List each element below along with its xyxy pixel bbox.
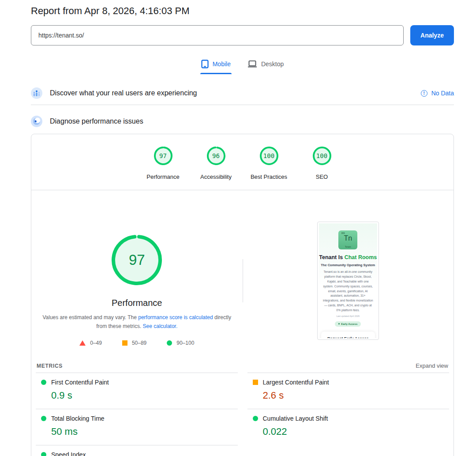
page-title: Report from Apr 8, 2026, 4:16:03 PM <box>31 0 454 17</box>
metric-name: Cumulative Layout Shift <box>263 415 328 422</box>
legend-average-range: 50–89 <box>132 340 146 346</box>
metric-rating-icon <box>41 416 46 421</box>
diagnose-compass-icon <box>31 116 42 127</box>
expand-view-link[interactable]: Expand view <box>416 362 448 369</box>
tab-desktop[interactable]: Desktop <box>247 57 285 74</box>
gauge-seo[interactable]: 100 SEO <box>296 145 349 180</box>
metric-rating-icon <box>41 452 46 456</box>
legend-average: 50–89 <box>122 340 146 346</box>
info-icon: ! <box>421 90 427 97</box>
metric-name: Largest Contentful Paint <box>263 379 329 386</box>
metric-cumulative-layout-shift: Cumulative Layout Shift 0.022 <box>247 409 450 445</box>
url-bar: Analyze <box>31 25 454 45</box>
see-calculator-link[interactable]: See calculator. <box>143 323 178 329</box>
metrics-heading: METRICS <box>37 363 63 369</box>
mobile-phone-icon <box>201 60 209 68</box>
metrics-section: METRICS Expand view First Contentful Pai… <box>31 362 454 456</box>
score-calculated-link[interactable]: performance score is calculated <box>138 314 213 320</box>
legend-good-range: 90–100 <box>176 340 194 346</box>
gauge-accessibility[interactable]: 96 Accessibility <box>190 145 243 180</box>
tab-mobile[interactable]: Mobile <box>200 57 232 74</box>
lab-data-heading: Diagnose performance issues <box>50 117 143 125</box>
tab-desktop-label: Desktop <box>261 60 284 68</box>
tenant-logo: 369 Tn Tenant <box>338 230 357 249</box>
seo-score: 100 <box>311 145 333 166</box>
accessibility-score: 96 <box>206 145 227 166</box>
lab-data-row: Diagnose performance issues <box>31 116 454 127</box>
divider <box>31 105 454 105</box>
vertical-divider <box>243 259 243 302</box>
performance-main-label: Performance <box>112 298 162 308</box>
legend-fail-range: 0–49 <box>90 340 102 346</box>
metric-speed-index: Speed Index 2.2 s <box>36 445 238 456</box>
performance-main-score: 97 <box>110 233 164 287</box>
field-data-row: Discover what your real users are experi… <box>31 87 454 99</box>
best-practices-score: 100 <box>259 145 280 166</box>
tab-mobile-label: Mobile <box>213 60 231 68</box>
device-tabs: Mobile Desktop <box>31 57 454 74</box>
url-input[interactable] <box>31 25 404 45</box>
metric-value: 50 ms <box>51 426 238 437</box>
metric-name: Total Blocking Time <box>51 415 105 422</box>
logo-name: Tenant <box>338 246 357 248</box>
metric-name: Speed Index <box>51 451 86 456</box>
headline-prefix: Tenant Is <box>319 254 344 260</box>
report-card: 97 Performance 96 Accessibility 100 Best… <box>31 134 454 456</box>
screenshot-headline: Tenant Is Chat Rooms <box>319 254 377 260</box>
metric-value: 2.6 s <box>263 390 450 401</box>
fail-triangle-icon <box>79 340 86 346</box>
disclaimer-before: Values are estimated and may vary. The <box>42 314 138 320</box>
metrics-right-column: Largest Contentful Paint 2.6 s Cumulativ… <box>247 373 450 456</box>
legend-good: 90–100 <box>167 340 194 346</box>
metric-rating-icon <box>253 380 258 385</box>
metric-name: First Contentful Paint <box>51 379 109 386</box>
score-legend: 0–49 50–89 90–100 <box>79 340 194 346</box>
disclaimer-text: Values are estimated and may vary. The p… <box>40 313 234 331</box>
screenshot-form-card: Request Early Access Name Your name <box>321 332 375 338</box>
metric-value: 0.9 s <box>51 390 238 401</box>
performance-main-gauge: 97 <box>110 233 164 287</box>
field-data-heading: Discover what your real users are experi… <box>50 89 197 97</box>
no-data-label: No Data <box>431 90 454 97</box>
good-circle-icon <box>167 340 172 346</box>
metric-rating-icon <box>41 380 46 385</box>
gauge-best-practices[interactable]: 100 Best Practices <box>243 145 296 180</box>
early-access-badge: Early Access <box>335 321 361 327</box>
seo-label: SEO <box>316 173 328 180</box>
page-screenshot-thumbnail[interactable]: 369 Tn Tenant Tenant Is Chat Rooms The C… <box>317 222 379 340</box>
metric-first-contentful-paint: First Contentful Paint 0.9 s <box>36 373 238 409</box>
metrics-left-column: First Contentful Paint 0.9 s Total Block… <box>36 373 238 456</box>
screenshot-content: 369 Tn Tenant Tenant Is Chat Rooms The C… <box>319 223 377 338</box>
logo-symbol: Tn <box>338 234 357 242</box>
screenshot-description: Tenant.so is an all-in-one community pla… <box>322 270 374 313</box>
headline-highlight: Chat Rooms <box>345 254 377 260</box>
category-gauges: 97 Performance 96 Accessibility 100 Best… <box>31 134 454 190</box>
screenshot-subheadline: The Community Operating System <box>319 263 377 267</box>
performance-score: 97 <box>153 145 174 166</box>
no-data-status[interactable]: ! No Data <box>421 90 454 97</box>
metric-rating-icon <box>253 416 258 421</box>
gauge-performance[interactable]: 97 Performance <box>137 145 190 180</box>
desktop-monitor-icon <box>247 60 257 68</box>
best-practices-label: Best Practices <box>251 173 287 180</box>
metric-value: 0.022 <box>263 426 450 437</box>
accessibility-label: Accessibility <box>200 173 232 180</box>
real-users-icon <box>31 87 42 99</box>
analyze-button[interactable]: Analyze <box>410 25 454 45</box>
performance-section: 97 Performance Values are estimated and … <box>31 190 454 355</box>
form-title: Request Early Access <box>325 336 371 338</box>
metric-total-blocking-time: Total Blocking Time 50 ms <box>36 409 238 445</box>
average-square-icon <box>122 340 127 346</box>
performance-label: Performance <box>146 173 179 180</box>
legend-fail: 0–49 <box>79 340 102 346</box>
metric-largest-contentful-paint: Largest Contentful Paint 2.6 s <box>247 373 450 409</box>
